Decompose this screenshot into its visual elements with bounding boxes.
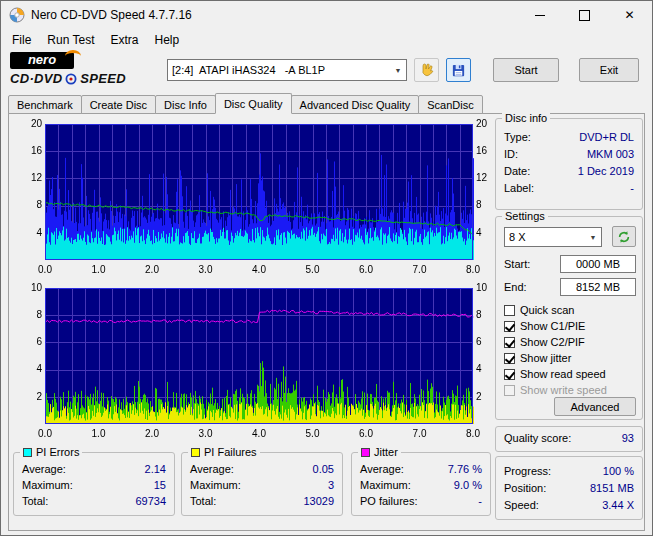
row-value: 7.76 % [448,463,482,477]
pi-failures-stats-group: PI Failures Average: 0.05 Maximum: 3 Tot… [181,452,343,516]
row-value: 3 [328,479,334,493]
scan-speed-select[interactable]: 8 X ▼ [504,227,602,247]
end-position-field[interactable] [560,278,636,296]
drive-select[interactable]: [2:4] ATAPI iHAS324 -A BL1P ▼ [167,59,407,81]
pi-errors-swatch-icon [23,448,32,457]
checkbox-box [504,305,515,316]
row-label: Maximum: [190,479,241,493]
settings-group: Settings 8 X ▼ Start: End: [495,216,643,420]
tab-benchmark[interactable]: Benchmark [8,95,82,114]
floppy-disk-icon [451,63,466,78]
pi-failures-swatch-icon [191,448,200,457]
speed-value: 3.44 X [602,499,634,513]
stat-row: Average: 7.76 % [360,463,482,477]
quality-score-row: Quality score: 93 [504,432,634,446]
tab-scandisc[interactable]: ScanDisc [418,95,482,114]
row-label: Maximum: [360,479,411,493]
toolbar: nero CD·DVD SPEED [2:4] ATAPI iHAS324 -A… [1,50,652,90]
row-label: Progress: [504,465,551,479]
row-value: - [478,495,482,509]
disc-quality-panel: Disc info Type: DVD+R DL ID: MKM 003 Dat… [8,113,645,531]
progress-value: 100 % [603,465,634,479]
maximize-button[interactable] [562,1,607,29]
refresh-icon [617,230,631,244]
titlebar: Nero CD-DVD Speed 4.7.7.16 ✕ [1,1,652,29]
menu-item-help[interactable]: Help [147,31,188,49]
tab-disc-quality[interactable]: Disc Quality [215,93,292,114]
disc-id-row: ID: MKM 003 [504,148,634,162]
window-title: Nero CD-DVD Speed 4.7.7.16 [31,8,192,22]
checkbox-label: Show C1/PIE [520,320,585,332]
checkbox-show-write-speed[interactable]: Show write speed [504,383,607,397]
checkbox-label: Show read speed [520,368,606,380]
start-position-field[interactable] [560,255,636,273]
row-label: Total: [22,495,48,509]
stat-row: Maximum: 9.0 % [360,479,482,493]
disc-type-row: Type: DVD+R DL [504,131,634,145]
close-button[interactable]: ✕ [607,1,652,29]
hand-icon [419,62,435,78]
row-label: Position: [504,482,546,496]
menu-item-run-test[interactable]: Run Test [39,31,102,49]
row-label: Label: [504,182,534,196]
start-label: Start: [504,258,530,270]
row-value: MKM 003 [587,148,634,162]
brand-speed: SPEED [80,71,126,86]
minimize-icon [535,15,545,16]
refresh-button[interactable] [612,226,636,247]
advanced-button[interactable]: Advanced [554,397,636,416]
checkbox-show-c2-pif[interactable]: Show C2/PIF [504,335,585,349]
scan-speed-value: 8 X [509,231,526,243]
jitter-stats-title: Jitter [358,446,401,458]
stat-row: Total: 13029 [190,495,334,509]
checkbox-box [504,353,515,364]
tab-create-disc[interactable]: Create Disc [81,95,156,114]
settings-title: Settings [502,210,548,222]
checkbox-label: Show C2/PIF [520,336,585,348]
row-value: 0.05 [313,463,334,477]
menu-item-file[interactable]: File [4,31,39,49]
checkbox-quick-scan[interactable]: Quick scan [504,303,574,317]
close-icon: ✕ [624,9,634,21]
tab-bar: Benchmark Create Disc Disc Info Disc Qua… [1,90,652,114]
checkbox-show-jitter[interactable]: Show jitter [504,351,571,365]
row-value: 1 Dec 2019 [578,165,634,179]
tab-advanced-disc-quality[interactable]: Advanced Disc Quality [291,95,420,114]
row-value: 15 [154,479,166,493]
row-value: DVD+R DL [579,131,634,145]
menubar: File Run Test Extra Help [1,29,652,50]
group-title-text: Jitter [374,446,398,458]
pi-errors-stats-title: PI Errors [20,446,82,458]
checkbox-show-c1-pie[interactable]: Show C1/PIE [504,319,585,333]
cddvd-speed-wordmark: CD·DVD SPEED [10,71,126,86]
progress-group: Progress: 100 % Position: 8151 MB Speed:… [495,456,643,520]
start-button[interactable]: Start [493,58,559,82]
checkbox-label: Show write speed [520,384,607,396]
jitter-stats-group: Jitter Average: 7.76 % Maximum: 9.0 % PO… [351,452,491,516]
exit-button[interactable]: Exit [579,58,639,82]
save-button[interactable] [446,58,471,82]
row-label: ID: [504,148,518,162]
chevron-down-icon: ▼ [390,60,406,80]
pi-errors-stats-group: PI Errors Average: 2.14 Maximum: 15 Tota… [13,452,175,516]
group-title-text: PI Errors [36,446,79,458]
tab-disc-info[interactable]: Disc Info [155,95,216,114]
checkbox-show-read-speed[interactable]: Show read speed [504,367,606,381]
row-label: Maximum: [22,479,73,493]
row-label: PO failures: [360,495,417,509]
nero-logo: nero CD·DVD SPEED [8,52,160,88]
hand-tool-button[interactable] [414,58,439,82]
stat-row: Average: 0.05 [190,463,334,477]
checkbox-box [504,321,515,332]
row-value: - [630,182,634,196]
quality-score-group: Quality score: 93 [495,426,643,452]
row-value: 13029 [303,495,334,509]
row-value: 9.0 % [454,479,482,493]
minimize-button[interactable] [517,1,562,29]
row-label: Average: [22,463,66,477]
pi-failures-stats-title: PI Failures [188,446,260,458]
pi-errors-chart [11,116,491,278]
disc-date-row: Date: 1 Dec 2019 [504,165,634,179]
stat-row: Maximum: 15 [22,479,166,493]
menu-item-extra[interactable]: Extra [102,31,146,49]
